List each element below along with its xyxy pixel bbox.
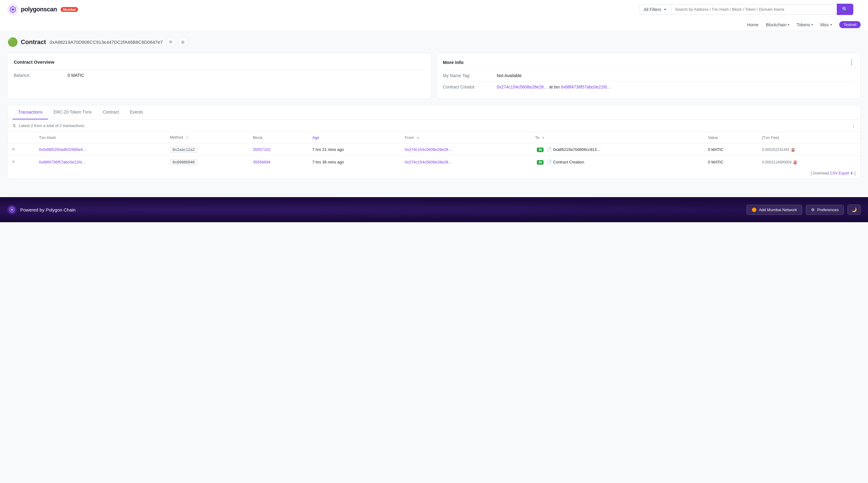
name-tag-row: My Name Tag: Not Available: [443, 70, 854, 81]
chevron-down-icon: ▾: [830, 23, 832, 26]
nav-home[interactable]: Home: [747, 22, 758, 27]
in-badge: IN: [537, 160, 544, 165]
table-row: 👁 0x88f4736f57abc0e21fd… 0x60806040 3555…: [8, 156, 860, 168]
footer-logo-icon: [7, 205, 17, 214]
logo-text: polygonscan: [21, 6, 57, 13]
preferences-button[interactable]: ⚙ Preferences: [806, 205, 844, 215]
balance-row: Balance: 0 MATIC: [14, 69, 425, 81]
from-address-link[interactable]: 0x274c154c5608e28e28…: [405, 147, 452, 152]
to-filter-icon[interactable]: ▼: [542, 136, 545, 140]
network-icon: 🟠: [752, 208, 756, 212]
contract-overview-card: Contract Overview Balance: 0 MATIC: [7, 53, 432, 99]
creator-address-link[interactable]: 0x274c154c5608e28e28…: [497, 85, 548, 89]
to-address-link[interactable]: 0xa86219a70d906cc913…: [553, 147, 600, 152]
name-tag-value: Not Available: [497, 73, 522, 78]
th-txn-hash: Txn Hash: [35, 132, 166, 143]
footer: Powered by Polygon Chain 🟠 Add Mumbai Ne…: [0, 197, 868, 222]
creator-txn-link[interactable]: 0x88f4736f57abc0e21fd…: [561, 85, 611, 89]
row-to: IN 📄 Contract Creation: [531, 156, 704, 168]
row-age: 7 hrs 21 mins ago: [309, 143, 401, 156]
search-button[interactable]: 🔍: [837, 4, 853, 15]
transactions-tbody: 👁 0x0d985293adfcf2685e4… 0x2aac12a2 3555…: [8, 143, 860, 168]
balance-label: Balance:: [14, 73, 63, 78]
footer-actions: 🟠 Add Mumbai Network ⚙ Preferences 🌙: [746, 205, 861, 215]
filter-button[interactable]: All Filters: [639, 4, 671, 15]
footer-powered-by: Powered by Polygon Chain: [20, 207, 75, 212]
nav-blockchain[interactable]: Blockchain ▾: [766, 22, 789, 27]
row-method: 0x2aac12a2: [166, 143, 249, 156]
table-header: Txn Hash Method ⓘ Block Age From ▼ To: [8, 132, 860, 143]
at-txn-text: at txn: [549, 85, 561, 89]
search-input[interactable]: [671, 4, 837, 14]
table-more-menu[interactable]: ⋮: [851, 123, 856, 128]
contract-label: Contract: [21, 38, 46, 46]
row-txn-hash: 0x0d985293adfcf2685e4…: [35, 143, 166, 156]
to-address: Contract Creation: [553, 160, 584, 164]
txn-hash-link[interactable]: 0x0d985293adfcf2685e4…: [39, 147, 87, 152]
row-fee: 0.0003114690004 ⛽: [758, 156, 860, 168]
row-block: 35557102: [249, 143, 309, 156]
transactions-table-wrap: Txn Hash Method ⓘ Block Age From ▼ To: [8, 132, 860, 168]
row-value: 0 MATIC: [704, 143, 758, 156]
copy-address-button[interactable]: ⧉: [166, 38, 175, 46]
method-badge: 0x2aac12a2: [170, 147, 197, 153]
tab-contract[interactable]: Contract: [97, 105, 124, 119]
polygonscan-logo: [7, 4, 18, 15]
txn-hash-link[interactable]: 0x88f4736f57abc0e21fd…: [39, 160, 86, 164]
contract-title-row: 🟢 Contract 0xA86219A70D906CC913e447DC2fA…: [7, 37, 861, 47]
balance-value: 0 MATIC: [68, 73, 84, 78]
creator-value: 0x274c154c5608e28e28… at txn 0x88f4736f5…: [497, 85, 611, 89]
block-link[interactable]: 35556694: [253, 160, 271, 164]
table-row: 👁 0x0d985293adfcf2685e4… 0x2aac12a2 3555…: [8, 143, 860, 156]
th-method: Method ⓘ: [166, 132, 249, 143]
row-from: 0x274c154c5608e28e28…: [401, 156, 531, 168]
tab-erc20[interactable]: ERC-20 Token Txns: [48, 105, 97, 119]
gas-icon: ⛽: [793, 160, 798, 164]
search-area: All Filters 🔍: [639, 4, 853, 15]
row-to: IN 📄 0xa86219a70d906cc913…: [531, 143, 704, 156]
footer-branding: Powered by Polygon Chain: [7, 205, 75, 214]
th-block: Block: [249, 132, 309, 143]
csv-export-link[interactable]: CSV Export: [830, 171, 849, 175]
from-address-link[interactable]: 0x274c154c5608e28e28…: [405, 160, 452, 164]
add-mumbai-network-button[interactable]: 🟠 Add Mumbai Network: [746, 205, 802, 215]
contract-icon: 🟢: [7, 37, 17, 47]
th-age: Age: [309, 132, 401, 143]
mumbai-badge: Mumbai: [61, 7, 79, 12]
tab-transactions[interactable]: Transactions: [12, 105, 48, 119]
th-value: Value: [704, 132, 758, 143]
csv-export-row: [ Download CSV Export ⬇ ]: [8, 168, 860, 178]
more-menu-icon[interactable]: ⋮: [849, 59, 854, 65]
nav-tokens[interactable]: Tokens ▾: [797, 22, 813, 27]
row-txn-hash: 0x88f4736f57abc0e21fd…: [35, 156, 166, 168]
th-view: [8, 132, 35, 143]
row-block: 35556694: [249, 156, 309, 168]
more-info-card: More Info ⋮ My Name Tag: Not Available C…: [436, 53, 861, 99]
tabs-container: Transactions ERC-20 Token Txns Contract …: [7, 105, 861, 179]
row-method: 0x60806040: [166, 156, 249, 168]
block-link[interactable]: 35557102: [253, 147, 271, 152]
row-from: 0x274c154c5608e28e28…: [401, 143, 531, 156]
tabs-header: Transactions ERC-20 Token Txns Contract …: [8, 105, 860, 120]
th-from: From ▼: [401, 132, 531, 143]
row-eye-cell: 👁: [8, 156, 35, 168]
gas-icon: ⛽: [791, 148, 796, 152]
method-badge: 0x60806040: [170, 159, 197, 165]
contract-address: 0xA86219A70D906CC913e447DC2fA46B8C8D0647…: [50, 39, 162, 45]
dark-mode-button[interactable]: 🌙: [847, 205, 861, 215]
view-icon[interactable]: 👁: [11, 147, 16, 152]
method-info-icon[interactable]: ⓘ: [185, 135, 189, 139]
row-value: 0 MATIC: [704, 156, 758, 168]
view-icon[interactable]: 👁: [11, 159, 16, 164]
nav-misc[interactable]: Misc ▾: [820, 22, 832, 27]
chevron-down-icon: ▾: [811, 23, 813, 26]
tab-events[interactable]: Events: [124, 105, 149, 119]
fee-text: 0.0003114690004: [762, 160, 792, 164]
fee-text: 0.000252231491: [762, 148, 789, 152]
qr-code-button[interactable]: ⊞: [179, 38, 187, 46]
logo-area: polygonscan Mumbai: [7, 4, 78, 15]
row-age: 7 hrs 36 mins ago: [309, 156, 401, 168]
value-text: 0 MATIC: [708, 147, 723, 152]
from-filter-icon[interactable]: ▼: [416, 136, 420, 140]
testnet-button[interactable]: Testnet: [839, 21, 861, 28]
